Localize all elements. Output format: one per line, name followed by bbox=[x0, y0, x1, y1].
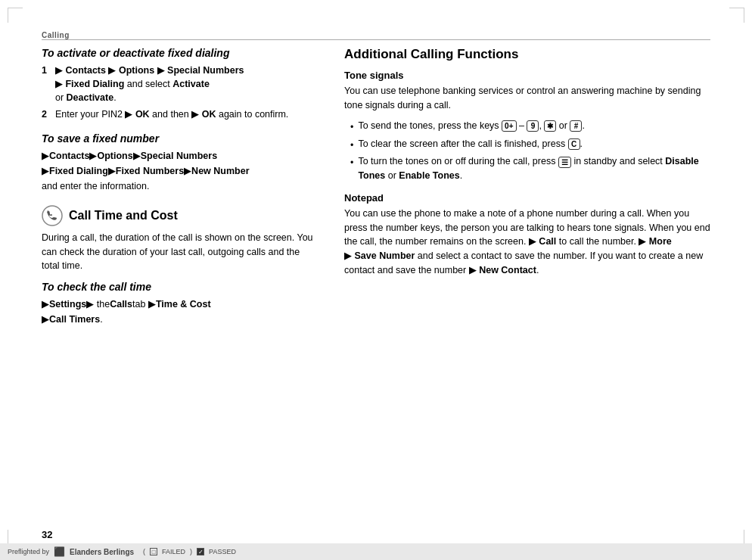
notepad-title: Notepad bbox=[344, 192, 710, 204]
step1-num: 1 bbox=[42, 64, 51, 104]
two-columns: To activate or deactivate fixed dialing … bbox=[42, 47, 710, 522]
save-new-number: New Number bbox=[191, 164, 249, 178]
save-section: To save a fixed number ▶ Contacts ▶ Opti… bbox=[42, 132, 314, 193]
check-time-cost: Time & Cost bbox=[156, 297, 211, 311]
passed-label: PASSED bbox=[209, 548, 236, 555]
bullet2-text: To clear the screen after the call is fi… bbox=[358, 137, 583, 151]
call-time-icon: 📞 bbox=[42, 205, 63, 226]
notepad-save-number: Save Number bbox=[354, 250, 415, 261]
save-fixed-numbers: Fixed Numbers bbox=[116, 164, 184, 178]
step2-content: Enter your PIN2 ▶ OK and then ▶ OK again… bbox=[55, 107, 288, 121]
call-time-title: Call Time and Cost bbox=[69, 208, 178, 222]
step2-ok1: OK bbox=[135, 109, 150, 120]
save-special: Special Numbers bbox=[141, 149, 217, 163]
key-0plus: 0+ bbox=[502, 120, 516, 132]
page: Calling To activate or deactivate fixed … bbox=[0, 0, 752, 560]
step1-contacts: Contacts bbox=[65, 65, 105, 76]
bullet3: • To turn the tones on or off during the… bbox=[344, 154, 710, 183]
step1-options: Options bbox=[119, 65, 154, 76]
enable-tones: Enable Tones bbox=[399, 170, 459, 181]
key-c: C bbox=[568, 138, 580, 150]
additional-title: Additional Calling Functions bbox=[344, 47, 710, 62]
footer-separator: ( bbox=[143, 548, 145, 555]
step2: 2 Enter your PIN2 ▶ OK and then ▶ OK aga… bbox=[42, 107, 314, 121]
corner-tl bbox=[8, 8, 23, 23]
step1-and: and select bbox=[124, 79, 172, 89]
footer-icon: ⬛ bbox=[54, 546, 65, 557]
step1-arrow: ▶ bbox=[55, 65, 65, 76]
tone-body: You can use telephone banking services o… bbox=[344, 84, 710, 113]
footer-logo: Elanders Berlings bbox=[70, 548, 134, 556]
save-options: Options bbox=[97, 149, 132, 163]
key-menu: ☰ bbox=[558, 157, 571, 168]
bullet1: • To send the tones, press the keys 0+ –… bbox=[344, 119, 710, 135]
left-column: To activate or deactivate fixed dialing … bbox=[42, 47, 314, 522]
step2-text: Enter your PIN2 ▶ bbox=[55, 109, 135, 120]
notepad-new-contact: New Contact bbox=[479, 265, 536, 275]
save-line1: ▶ Contacts ▶ Options ▶ Special Numbers bbox=[42, 149, 314, 163]
key-star: ✱ bbox=[544, 120, 556, 132]
notepad-section: Notepad You can use the phone to make a … bbox=[344, 192, 710, 278]
step1-deactivate: Deactivate bbox=[67, 92, 114, 103]
failed-label: FAILED bbox=[162, 548, 185, 555]
passed-box: ✓ bbox=[197, 548, 204, 555]
check-call-timers: Call Timers bbox=[49, 313, 100, 326]
section-header: Calling bbox=[42, 29, 70, 40]
step2-again: again to confirm. bbox=[216, 109, 288, 120]
save-fixed: Fixed Dialing bbox=[49, 164, 108, 178]
notepad-more: More bbox=[649, 236, 672, 247]
activate-section: To activate or deactivate fixed dialing … bbox=[42, 47, 314, 122]
preflighted-label: Preflighted by bbox=[8, 548, 49, 555]
step2-num: 2 bbox=[42, 107, 51, 121]
call-time-section: 📞 Call Time and Cost During a call, the … bbox=[42, 205, 314, 327]
step1-activate: Activate bbox=[172, 79, 210, 89]
call-time-header: 📞 Call Time and Cost bbox=[42, 205, 314, 226]
save-line2: ▶ Fixed Dialing ▶ Fixed Numbers ▶ New Nu… bbox=[42, 164, 314, 178]
notepad-body: You can use the phone to make a note of … bbox=[344, 207, 710, 278]
save-and-enter: and enter the information. bbox=[42, 179, 314, 193]
save-arrow2: ▶ bbox=[42, 164, 49, 178]
tone-section: Tone signals You can use telephone banki… bbox=[344, 70, 710, 183]
check-settings: Settings bbox=[49, 297, 86, 311]
step1-fixed: Fixed Dialing bbox=[65, 79, 124, 89]
bullet2-dot: • bbox=[350, 138, 353, 153]
check-call-section: To check the call time ▶ Settings ▶ the … bbox=[42, 281, 314, 326]
failed-box: □ bbox=[150, 548, 157, 555]
activate-title: To activate or deactivate fixed dialing bbox=[42, 47, 314, 59]
save-title: To save a fixed number bbox=[42, 132, 314, 145]
step1-content: ▶ Contacts ▶ Options ▶ Special Numbers ▶… bbox=[55, 64, 244, 104]
footer-bar: Preflighted by ⬛ Elanders Berlings ( □ F… bbox=[0, 543, 752, 560]
bullet3-dot: • bbox=[350, 156, 353, 170]
check-calls: Calls bbox=[110, 297, 132, 311]
divider bbox=[42, 39, 710, 40]
corner-bl bbox=[8, 530, 23, 545]
tone-bullets: • To send the tones, press the keys 0+ –… bbox=[344, 119, 710, 183]
right-column: Additional Calling Functions Tone signal… bbox=[344, 47, 710, 522]
bullet3-text: To turn the tones on or off during the c… bbox=[358, 154, 710, 183]
notepad-call: Call bbox=[539, 236, 556, 247]
tone-title: Tone signals bbox=[344, 70, 710, 81]
svg-point-0 bbox=[42, 206, 62, 226]
page-number: 32 bbox=[42, 529, 52, 540]
step1: 1 ▶ Contacts ▶ Options ▶ Special Numbers… bbox=[42, 64, 314, 104]
check-line2: ▶ Call Timers. bbox=[42, 313, 314, 326]
save-arrow1: ▶ bbox=[42, 149, 49, 163]
step1-or: or bbox=[55, 92, 67, 103]
step2-ok2: OK bbox=[202, 109, 216, 120]
bullet1-text: To send the tones, press the keys 0+ – 9… bbox=[358, 119, 585, 133]
save-contacts: Contacts bbox=[49, 149, 89, 163]
key-hash: # bbox=[570, 120, 582, 132]
svg-text:📞: 📞 bbox=[47, 210, 53, 216]
bullet2: • To clear the screen after the call is … bbox=[344, 137, 710, 153]
check-call-title: To check the call time bbox=[42, 281, 314, 293]
bullet1-dot: • bbox=[350, 120, 353, 135]
step1-special: Special Numbers bbox=[167, 65, 244, 76]
call-time-body: During a call, the duration of the call … bbox=[42, 231, 314, 273]
step1-arrow2: ▶ bbox=[55, 79, 65, 89]
check-line1: ▶ Settings ▶ the Calls tab ▶ Time & Cost bbox=[42, 297, 314, 311]
key-9: 9 bbox=[527, 120, 539, 132]
corner-tr bbox=[729, 8, 744, 23]
footer-separator2: ) bbox=[190, 548, 192, 555]
corner-br bbox=[729, 530, 744, 545]
